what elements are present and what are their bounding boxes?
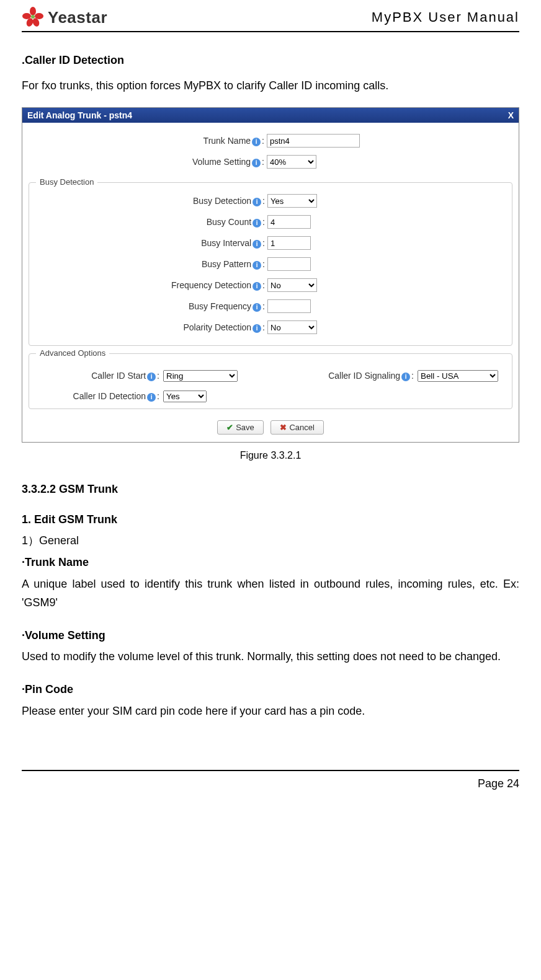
intro-heading: .Caller ID Detection — [22, 51, 519, 70]
trunk-name-label: Trunk Name — [203, 136, 251, 146]
trunk-name-paragraph: A unique label used to identify this tru… — [22, 575, 519, 612]
manual-title: MyPBX User Manual — [372, 9, 519, 25]
brand-name: Yeastar — [48, 8, 107, 27]
busy-legend: Busy Detection — [36, 177, 97, 187]
cancel-button[interactable]: ✖Cancel — [270, 420, 323, 435]
brand-logo: Yeastar — [22, 6, 107, 29]
trunk-name-heading: ·Trunk Name — [22, 553, 519, 572]
volume-setting-heading: ·Volume Setting — [22, 626, 519, 645]
info-icon[interactable]: i — [252, 138, 261, 146]
busy-frequency-input[interactable] — [267, 299, 311, 313]
page-footer: Page 24 — [22, 770, 519, 790]
dialog-title: Edit Analog Trunk - pstn4 — [27, 110, 132, 120]
pin-code-paragraph: Please enter your SIM card pin code here… — [22, 702, 519, 721]
busy-pattern-input[interactable] — [267, 257, 311, 271]
intro-text: For fxo trunks, this option forces MyPBX… — [22, 76, 519, 95]
svg-point-0 — [30, 7, 36, 15]
page-number: Page 24 — [478, 777, 519, 790]
busy-pattern-label: Busy Pattern — [202, 259, 251, 269]
section-gsm-trunk: 3.3.2.2 GSM Trunk — [22, 480, 519, 499]
volume-setting-label: Volume Setting — [192, 157, 251, 167]
cid-start-select[interactable]: Ring — [163, 370, 238, 382]
cid-detection-select[interactable]: Yes — [163, 391, 207, 402]
volume-setting-paragraph: Used to modify the volume level of this … — [22, 647, 519, 666]
polarity-detection-label: Polarity Detection — [183, 322, 251, 332]
busy-detection-select[interactable]: Yes — [267, 194, 317, 208]
busy-frequency-label: Busy Frequency — [189, 301, 251, 311]
info-icon[interactable]: i — [401, 373, 410, 381]
cross-icon: ✖ — [280, 423, 287, 432]
busy-detection-label: Busy Detection — [193, 196, 251, 206]
page-header: Yeastar MyPBX User Manual — [22, 6, 519, 32]
cid-signaling-select[interactable]: Bell - USA — [418, 370, 498, 382]
info-icon[interactable]: i — [253, 282, 261, 291]
dialog-edit-analog-trunk: Edit Analog Trunk - pstn4 X Trunk Namei:… — [22, 107, 519, 443]
info-icon[interactable]: i — [253, 261, 261, 270]
info-icon[interactable]: i — [253, 240, 261, 249]
busy-interval-input[interactable] — [267, 236, 311, 250]
general-label: 1）General — [22, 531, 519, 550]
volume-setting-select[interactable]: 40% — [267, 155, 316, 169]
info-icon[interactable]: i — [253, 219, 261, 227]
trunk-name-input[interactable] — [267, 134, 360, 148]
check-icon: ✔ — [226, 423, 233, 432]
busy-count-input[interactable] — [267, 215, 311, 229]
info-icon[interactable]: i — [253, 324, 261, 333]
cid-detection-label: Caller ID Detection — [73, 391, 146, 401]
busy-count-label: Busy Count — [207, 217, 251, 227]
figure-caption: Figure 3.3.2.1 — [22, 450, 519, 461]
info-icon[interactable]: i — [253, 303, 261, 312]
info-icon[interactable]: i — [252, 159, 261, 167]
info-icon[interactable]: i — [147, 393, 156, 402]
pin-code-heading: ·Pin Code — [22, 680, 519, 699]
flower-icon — [22, 6, 44, 29]
polarity-detection-select[interactable]: No — [267, 320, 317, 334]
close-icon[interactable]: X — [508, 110, 514, 120]
advanced-legend: Advanced Options — [36, 348, 109, 358]
freq-detection-select[interactable]: No — [267, 278, 317, 292]
freq-detection-label: Frequency Detection — [171, 280, 251, 290]
info-icon[interactable]: i — [147, 373, 156, 381]
cid-start-label: Caller ID Start — [91, 371, 146, 381]
info-icon[interactable]: i — [253, 198, 261, 206]
cid-signaling-label: Caller ID Signaling — [328, 371, 400, 381]
svg-point-5 — [31, 15, 35, 19]
busy-interval-label: Busy Interval — [201, 238, 251, 248]
save-button[interactable]: ✔Save — [217, 420, 264, 435]
dialog-titlebar: Edit Analog Trunk - pstn4 X — [22, 108, 519, 123]
edit-gsm-heading: 1. Edit GSM Trunk — [22, 510, 519, 529]
